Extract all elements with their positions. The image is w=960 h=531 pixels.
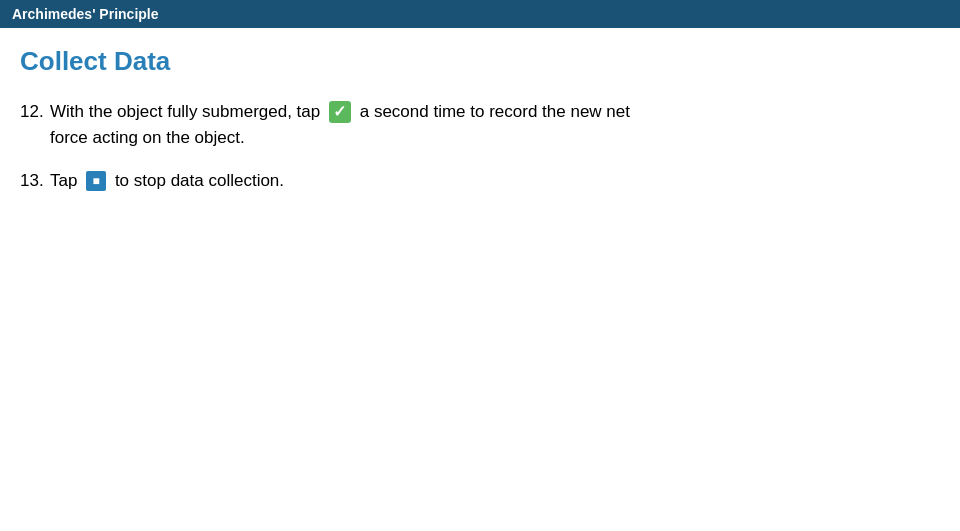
check-icon <box>329 101 351 123</box>
instruction-12: 12. With the object fully submerged, tap… <box>20 99 940 150</box>
instruction-number-13: 13. <box>20 168 50 194</box>
instruction-12-text-after: a second time to record the new net <box>360 102 630 121</box>
section-title: Collect Data <box>20 46 940 77</box>
instruction-number-12: 12. <box>20 99 50 125</box>
header-bar: Archimedes' Principle <box>0 0 960 28</box>
instruction-text-13: Tap to stop data collection. <box>50 168 284 194</box>
instruction-12-text-before: With the object fully submerged, tap <box>50 102 320 121</box>
instruction-text-12: With the object fully submerged, tap a s… <box>50 99 630 125</box>
instruction-12-line2: force acting on the object. <box>20 125 940 151</box>
instruction-13: 13. Tap to stop data collection. <box>20 168 940 194</box>
header-title: Archimedes' Principle <box>12 6 159 22</box>
instruction-13-text-after: to stop data collection. <box>115 171 284 190</box>
main-content: Collect Data 12. With the object fully s… <box>0 28 960 194</box>
instruction-13-text-before: Tap <box>50 171 77 190</box>
stop-icon <box>86 171 106 191</box>
